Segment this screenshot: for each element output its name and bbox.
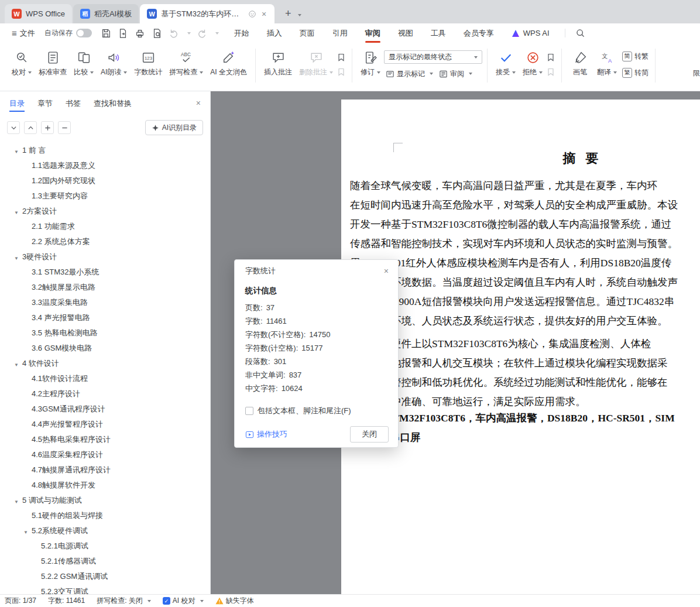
search-icon[interactable] <box>575 28 586 39</box>
toc-item[interactable]: 1 前 言 <box>0 143 210 158</box>
toc-item[interactable]: 3.5 热释电检测电路 <box>0 325 210 341</box>
toc-item[interactable]: 2方案设计 <box>0 204 210 219</box>
sidebar-close-icon[interactable]: × <box>195 99 202 107</box>
delete-comment-button[interactable]: 删除批注 <box>296 47 337 80</box>
undo-chevron-icon[interactable] <box>187 32 191 35</box>
toc-item[interactable]: 4.5热释电采集程序设计 <box>0 432 210 447</box>
ribbon-tab[interactable]: 页面 <box>300 23 315 43</box>
tab-close-icon[interactable]: × <box>260 10 267 18</box>
toc-item[interactable]: 5.2.3交互调试 <box>0 584 210 594</box>
ribbon-tab[interactable]: 工具 <box>431 23 446 43</box>
tab-wps-office[interactable]: W WPS Office <box>5 4 72 23</box>
simplified-to-traditional-button[interactable]: 简 转繁 <box>620 50 650 63</box>
previous-change-button[interactable] <box>546 53 557 63</box>
autosave-toggle[interactable] <box>76 29 92 37</box>
previous-comment-button[interactable] <box>337 53 347 63</box>
toc-item[interactable]: 4.2主程序设计 <box>0 386 210 402</box>
toc-item[interactable]: 4.4声光报警程序设计 <box>0 417 210 432</box>
dialog-close-icon[interactable]: × <box>383 267 390 275</box>
brush-button[interactable]: 画笔 <box>567 47 593 80</box>
toc-font-increase-plus-icon[interactable] <box>41 121 54 134</box>
tips-link[interactable]: 操作技巧 <box>245 429 287 440</box>
undo-icon[interactable] <box>168 28 180 39</box>
include-footnotes-checkbox[interactable]: 包括文本框、脚注和尾注(F) <box>245 406 398 416</box>
toc-item[interactable]: 4 软件设计 <box>0 356 210 371</box>
sidebar-tab[interactable]: 章节 <box>37 91 53 116</box>
redo-icon[interactable] <box>196 28 208 39</box>
toc-expand-toggle-icon[interactable] <box>14 496 22 505</box>
print-icon[interactable] <box>134 28 146 39</box>
toc-item[interactable]: 4.6温度采集程序设计 <box>0 447 210 462</box>
missing-font-warning[interactable]: 缺失字体 <box>215 596 254 606</box>
tab-document[interactable]: W 基于STM32的车内环境监测 × <box>140 4 274 23</box>
toc-item[interactable]: 3.3温度采集电路 <box>0 295 210 310</box>
ai-polish-button[interactable]: AI 全文润色 <box>207 47 251 80</box>
ribbon-tab[interactable]: 开始 <box>234 23 249 43</box>
export-icon[interactable] <box>117 28 129 39</box>
toc-item[interactable]: 4.3GSM通讯程序设计 <box>0 402 210 417</box>
toc-expand-toggle-icon[interactable] <box>14 146 22 155</box>
toc-expand-toggle-icon[interactable] <box>14 359 22 368</box>
toc-item[interactable]: 4.8触摸屏软件开发 <box>0 478 210 493</box>
new-tab-button[interactable]: + <box>280 6 296 21</box>
word-count-button[interactable]: 123 字数统计 <box>131 47 166 80</box>
sidebar-tab[interactable]: 目录 <box>9 91 25 116</box>
toc-item[interactable]: 4.7触摸屏通讯程序设计 <box>0 462 210 478</box>
toc-item[interactable]: 5.2系统硬件调试 <box>0 523 210 539</box>
toc-item[interactable]: 2.1 功能需求 <box>0 219 210 234</box>
toc-item[interactable]: 3.1 STM32最小系统 <box>0 265 210 280</box>
reviewer-button[interactable]: 审阅 <box>437 67 474 80</box>
traditional-to-simplified-button[interactable]: 繁 转简 <box>620 66 650 79</box>
save-icon[interactable] <box>100 28 112 39</box>
menu-wps-ai[interactable]: WPS AI <box>512 29 550 37</box>
toc-item[interactable]: 1.1选题来源及意义 <box>0 158 210 173</box>
toc-font-decrease-minus-icon[interactable] <box>58 121 71 134</box>
toc-item[interactable]: 5.2.2 GSM通讯调试 <box>0 569 210 584</box>
dialog-header[interactable]: 字数统计 × <box>235 260 398 282</box>
toc-item[interactable]: 5 调试与功能测试 <box>0 493 210 508</box>
next-comment-button[interactable] <box>337 67 347 78</box>
ai-read-button[interactable]: AI朗读 <box>97 47 131 80</box>
toc-expand-toggle-icon[interactable] <box>23 527 32 536</box>
compare-button[interactable]: 比较 <box>70 47 97 80</box>
proofread-button[interactable]: 校对 <box>8 47 35 80</box>
standard-check-button[interactable]: 标准审查 <box>35 47 70 80</box>
ribbon-tab[interactable]: 引用 <box>332 23 348 43</box>
toc-item[interactable]: 5.1硬件的组装与焊接 <box>0 508 210 523</box>
spellcheck-status[interactable]: 拼写检查: 关闭 <box>97 596 151 606</box>
translate-button[interactable]: 文A 翻译 <box>593 47 620 80</box>
toc-item[interactable]: 1.3主要研究内容 <box>0 188 210 204</box>
ribbon-tab[interactable]: 会员专享 <box>464 23 494 43</box>
markup-state-dropdown[interactable]: 显示标记的最终状态 <box>384 50 482 64</box>
toc-expand-toggle-icon[interactable] <box>14 207 22 216</box>
ai-proofread-status[interactable]: AI 校对 <box>163 596 204 606</box>
toc-item[interactable]: 5.2.1传感器调试 <box>0 554 210 569</box>
print-preview-icon[interactable] <box>151 28 163 39</box>
toc-item[interactable]: 3.4 声光报警电路 <box>0 310 210 325</box>
toc-item[interactable]: 1.2国内外研究现状 <box>0 173 210 188</box>
page-indicator[interactable]: 页面: 1/37 <box>5 596 36 606</box>
ai-recognize-toc-button[interactable]: AI识别目录 <box>145 120 203 135</box>
toc-item[interactable]: 2.2 系统总体方案 <box>0 234 210 249</box>
toc-item[interactable]: 3.2触摸屏显示电路 <box>0 280 210 295</box>
track-changes-button[interactable]: 修订 <box>357 47 384 80</box>
spell-check-button[interactable]: ABC 拼写检查 <box>166 47 207 80</box>
toc-expand-toggle-icon[interactable] <box>14 253 22 262</box>
ribbon-tab[interactable]: 审阅 <box>365 23 380 43</box>
toc-item[interactable]: 3.6 GSM模块电路 <box>0 341 210 356</box>
ribbon-tab[interactable]: 插入 <box>267 23 282 43</box>
word-count-indicator[interactable]: 字数: 11461 <box>48 596 85 606</box>
show-markup-button[interactable]: 显示标记 <box>384 67 435 80</box>
tab-list-chevron-icon[interactable] <box>298 14 301 16</box>
toc-item[interactable]: 3硬件设计 <box>0 249 210 265</box>
insert-comment-button[interactable]: 插入批注 <box>260 47 296 80</box>
toc-collapse-chevron-down-icon[interactable] <box>7 121 20 134</box>
file-menu-button[interactable]: ≡ 文件 <box>8 23 39 43</box>
toc-item[interactable]: 4.1软件设计流程 <box>0 371 210 386</box>
ribbon-tab[interactable]: 视图 <box>398 23 413 43</box>
redo-chevron-icon[interactable] <box>215 32 219 35</box>
toc-item[interactable]: 5.2.1电源调试 <box>0 539 210 554</box>
sidebar-tab[interactable]: 查找和替换 <box>94 91 132 116</box>
sidebar-tab[interactable]: 书签 <box>66 91 81 116</box>
tab-docer-template[interactable]: 稻 稻壳AI模板 <box>73 4 139 23</box>
